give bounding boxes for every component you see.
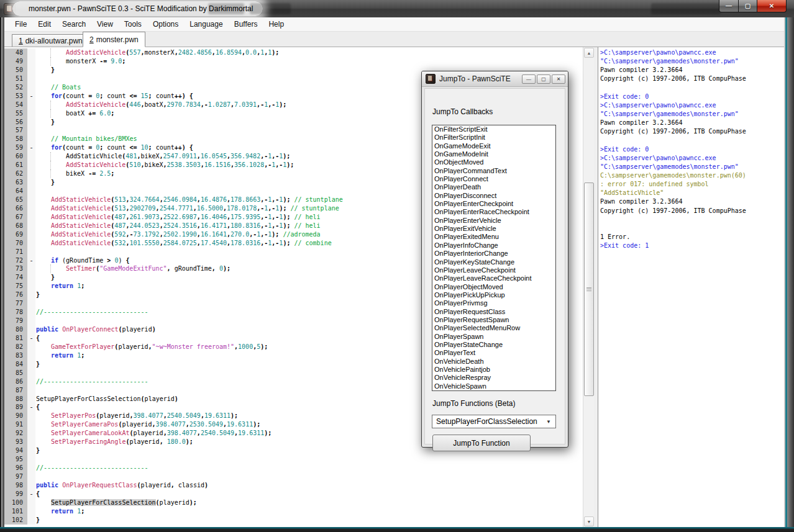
code-line[interactable]: 96//---------------------------- (4, 464, 583, 472)
scroll-up-button[interactable]: ▲ (584, 48, 594, 58)
fold-margin[interactable]: - (27, 490, 35, 498)
line-number[interactable]: 81 (4, 334, 27, 343)
callback-item[interactable]: OnPlayerSelectedMenuRow (432, 324, 555, 332)
line-number[interactable]: 62 (4, 169, 27, 178)
callback-item[interactable]: OnGameModeExit (432, 142, 555, 150)
line-number[interactable]: 94 (4, 446, 27, 455)
callback-item[interactable]: OnPlayerPrivmsg (432, 299, 555, 307)
callback-item[interactable]: OnPlayerExitedMenu (432, 233, 555, 241)
jumpto-function-button[interactable]: JumpTo Function (432, 435, 531, 451)
code-line[interactable]: 97 (4, 472, 583, 481)
menu-item-tools[interactable]: Tools (119, 17, 147, 31)
line-number[interactable]: 58 (4, 135, 27, 143)
callback-item[interactable]: OnPlayerRequestSpawn (432, 316, 555, 324)
line-number[interactable]: 82 (4, 343, 27, 351)
line-number[interactable]: 78 (4, 308, 27, 317)
menu-item-options[interactable]: Options (147, 17, 184, 31)
callback-item[interactable]: OnPlayerSpawn (432, 333, 555, 341)
line-number[interactable]: 91 (4, 420, 27, 429)
fold-margin[interactable]: - (27, 403, 35, 412)
line-number[interactable]: 65 (4, 196, 27, 204)
callback-item[interactable]: OnPlayerEnterRaceCheckpoint (432, 208, 555, 216)
code-line[interactable]: 102} (4, 516, 583, 525)
line-number[interactable]: 77 (4, 299, 27, 308)
code-line[interactable]: 95 (4, 455, 583, 464)
line-number[interactable]: 85 (4, 369, 27, 377)
dialog-close-button[interactable]: ✕ (552, 74, 565, 84)
line-number[interactable]: 100 (4, 498, 27, 507)
code-line[interactable]: 49monsterX -= 9.0; (4, 57, 583, 66)
minimize-button[interactable]: — (719, 0, 739, 12)
line-number[interactable]: 76 (4, 291, 27, 299)
line-number[interactable]: 67 (4, 213, 27, 222)
line-number[interactable]: 50 (4, 66, 27, 74)
line-number[interactable]: 59 (4, 143, 27, 152)
line-number[interactable]: 52 (4, 83, 27, 92)
scroll-down-button[interactable]: ▼ (584, 516, 594, 526)
menu-item-help[interactable]: Help (263, 17, 290, 31)
line-number[interactable]: 63 (4, 178, 27, 187)
line-number[interactable]: 56 (4, 118, 27, 127)
line-number[interactable]: 83 (4, 351, 27, 360)
tab-dki-alloutwar.pwn[interactable]: 1dki-alloutwar.pwn (12, 34, 89, 47)
line-number[interactable]: 57 (4, 126, 27, 135)
callback-item[interactable]: OnPlayerDeath (432, 183, 555, 191)
menu-item-buffers[interactable]: Buffers (229, 17, 263, 31)
line-number[interactable]: 70 (4, 239, 27, 248)
line-number[interactable]: 87 (4, 386, 27, 395)
line-number[interactable]: 90 (4, 412, 27, 420)
line-number[interactable]: 96 (4, 464, 27, 472)
callback-item[interactable]: OnPlayerInteriorChange (432, 250, 555, 258)
callback-item[interactable]: OnPlayerLeaveRaceCheckpoint (432, 274, 555, 282)
callback-item[interactable]: OnPlayerLeaveCheckpoint (432, 266, 555, 274)
menu-item-search[interactable]: Search (57, 17, 91, 31)
maximize-button[interactable]: ▢ (739, 0, 757, 12)
line-number[interactable]: 68 (4, 222, 27, 230)
line-number[interactable]: 102 (4, 516, 27, 525)
fold-margin[interactable]: - (27, 334, 35, 343)
scrollbar-thumb[interactable] (584, 183, 594, 396)
line-number[interactable]: 79 (4, 317, 27, 325)
line-number[interactable]: 53 (4, 92, 27, 101)
line-number[interactable]: 51 (4, 74, 27, 83)
callback-item[interactable]: OnPlayerEnterVehicle (432, 217, 555, 225)
dialog-maximize-button[interactable]: ▢ (537, 74, 550, 84)
line-number[interactable]: 95 (4, 455, 27, 464)
fold-margin[interactable]: - (27, 143, 35, 152)
line-number[interactable]: 48 (4, 48, 27, 57)
line-number[interactable]: 80 (4, 325, 27, 334)
callback-item[interactable]: OnPlayerRequestClass (432, 308, 555, 316)
line-number[interactable]: 89 (4, 403, 27, 412)
callback-item[interactable]: OnPlayerEnterCheckpoint (432, 200, 555, 208)
callback-item[interactable]: OnVehicleRespray (432, 374, 555, 382)
line-number[interactable]: 86 (4, 377, 27, 386)
menu-item-language[interactable]: Language (184, 17, 228, 31)
callback-item[interactable]: OnObjectMoved (432, 158, 555, 166)
fold-margin[interactable]: - (27, 256, 35, 265)
callback-item[interactable]: OnPlayerStateChange (432, 341, 555, 349)
menu-item-view[interactable]: View (91, 17, 119, 31)
line-number[interactable]: 98 (4, 481, 27, 490)
line-number[interactable]: 54 (4, 101, 27, 109)
menu-item-file[interactable]: File (9, 17, 32, 31)
close-button[interactable]: ✕ (757, 0, 787, 12)
callback-item[interactable]: OnPlayerKeyStateChange (432, 258, 555, 266)
line-number[interactable]: 66 (4, 204, 27, 213)
callback-item[interactable]: OnPlayerObjectMoved (432, 283, 555, 291)
code-line[interactable]: 101return 1; (4, 507, 583, 516)
editor-vscrollbar[interactable]: ▲ ▼ (583, 47, 594, 527)
callback-item[interactable]: OnPlayerPickUpPickup (432, 291, 555, 299)
code-line[interactable]: 48AddStaticVehicle(557,monsterX,2482.485… (4, 48, 583, 57)
dialog-titlebar[interactable]: JumpTo - PawnSciTE — ▢ ✕ (422, 71, 568, 87)
callback-item[interactable]: OnFilterScriptExit (432, 125, 555, 133)
line-number[interactable]: 88 (4, 395, 27, 404)
code-line[interactable]: 99-{ (4, 490, 583, 498)
line-number[interactable]: 92 (4, 429, 27, 438)
callback-item[interactable]: OnVehiclePaintjob (432, 366, 555, 374)
callback-item[interactable]: OnPlayerConnect (432, 175, 555, 183)
line-number[interactable]: 69 (4, 230, 27, 239)
code-line[interactable]: 100SetupPlayerForClassSelection(playerid… (4, 498, 583, 507)
line-number[interactable]: 49 (4, 57, 27, 66)
callback-item[interactable]: OnVehicleDeath (432, 358, 555, 366)
line-number[interactable]: 84 (4, 360, 27, 369)
